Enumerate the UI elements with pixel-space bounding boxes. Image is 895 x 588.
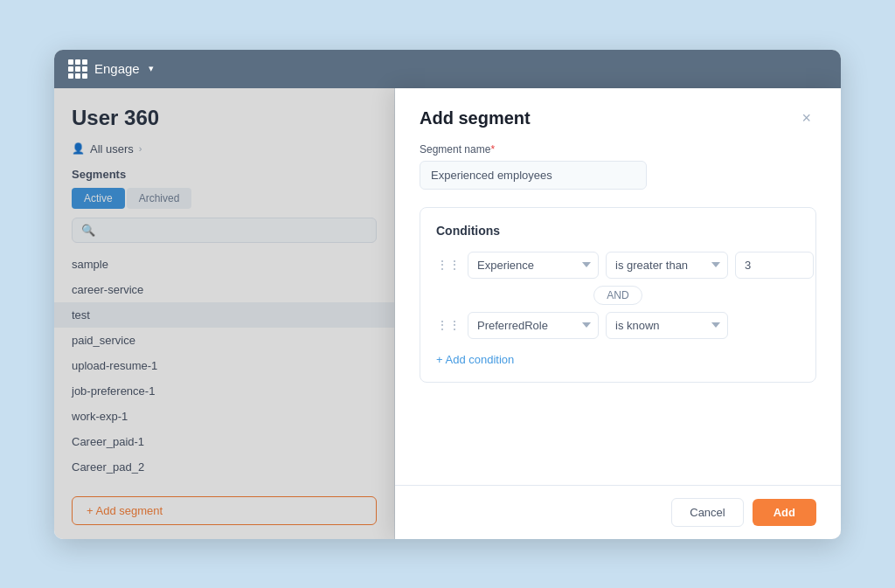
modal-body: Segment name* Conditions ⋮⋮ Experience P… — [395, 143, 841, 485]
field-select-2[interactable]: PreferredRole Experience Age Salary — [468, 312, 599, 339]
add-segment-modal: Add segment × Segment name* Conditions ⋮… — [395, 88, 841, 539]
modal-footer: Cancel Add — [395, 485, 841, 539]
list-item[interactable]: Career_paid-1 — [54, 429, 394, 454]
list-item[interactable]: work-exp-1 — [54, 404, 394, 429]
add-button[interactable]: Add — [753, 499, 816, 526]
breadcrumb: 👤 All users › — [72, 142, 377, 156]
segment-name-input[interactable] — [420, 161, 647, 190]
breadcrumb-arrow: › — [139, 143, 142, 154]
and-badge: AND — [593, 286, 642, 305]
operator-select-2[interactable]: is known is greater than is less than is… — [606, 312, 728, 339]
segment-tabs: Active Archived — [72, 188, 377, 209]
operator-select-1[interactable]: is greater than is less than is equal to… — [606, 252, 728, 279]
search-box: 🔍 — [72, 218, 377, 243]
search-input[interactable] — [101, 224, 367, 237]
segments-list: sample career-service test paid_service … — [54, 252, 394, 488]
field-select-1[interactable]: Experience PreferredRole Age Salary — [468, 252, 599, 279]
conditions-title: Conditions — [436, 224, 800, 238]
modal-header: Add segment × — [395, 88, 841, 143]
tab-archived[interactable]: Archived — [127, 188, 192, 209]
list-item[interactable]: job-preference-1 — [54, 378, 394, 404]
app-logo[interactable]: Engage ▾ — [68, 59, 154, 79]
drag-handle[interactable]: ⋮⋮ — [436, 258, 461, 272]
top-bar: Engage ▾ — [54, 50, 841, 88]
drag-handle-2[interactable]: ⋮⋮ — [436, 318, 461, 332]
modal-title: Add segment — [420, 108, 531, 128]
condition-row-2: ⋮⋮ PreferredRole Experience Age Salary i… — [436, 312, 800, 339]
list-item[interactable]: paid_service — [54, 328, 394, 353]
breadcrumb-text[interactable]: All users — [90, 142, 134, 156]
cancel-button[interactable]: Cancel — [671, 498, 743, 527]
conditions-box: Conditions ⋮⋮ Experience PreferredRole A… — [420, 207, 816, 383]
condition-value-1[interactable] — [735, 252, 814, 279]
add-condition-button[interactable]: + Add condition — [436, 346, 514, 366]
list-item[interactable]: upload-resume-1 — [54, 353, 394, 378]
grid-icon — [68, 59, 87, 79]
left-panel: User 360 👤 All users › Segments Active A… — [54, 88, 395, 539]
segments-label: Segments — [72, 168, 377, 181]
app-chevron[interactable]: ▾ — [149, 63, 154, 74]
list-item[interactable]: sample — [54, 252, 394, 277]
user-icon: 👤 — [72, 142, 85, 155]
list-item[interactable]: test — [54, 302, 394, 328]
app-name: Engage — [94, 61, 140, 76]
list-item[interactable]: career-service — [54, 277, 394, 302]
search-icon: 🔍 — [81, 224, 95, 237]
add-segment-button[interactable]: + Add segment — [72, 496, 377, 525]
list-item[interactable]: Career_pad_2 — [54, 454, 394, 480]
page-title: User 360 — [72, 106, 377, 130]
segment-name-label: Segment name* — [420, 143, 816, 156]
condition-row-1: ⋮⋮ Experience PreferredRole Age Salary i… — [436, 252, 800, 279]
close-button[interactable]: × — [796, 107, 816, 129]
tab-active[interactable]: Active — [72, 188, 125, 209]
